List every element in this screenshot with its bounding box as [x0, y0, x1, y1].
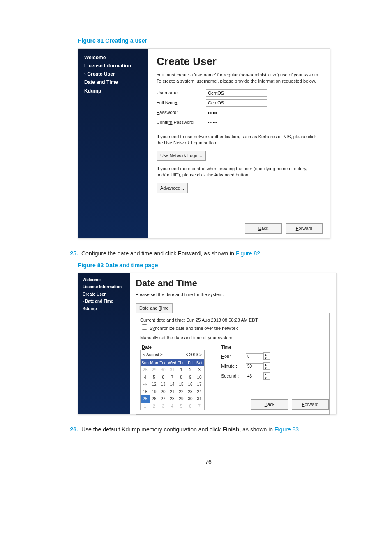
calendar-day[interactable]: 18 [141, 388, 150, 396]
sidebar-item[interactable]: License Information [84, 63, 142, 69]
second-label: Second : [221, 373, 246, 379]
step-25-text: Configure the date and time and click Fo… [81, 250, 351, 257]
month-picker[interactable]: < August > [143, 352, 163, 358]
advanced-button[interactable]: Advanced... [157, 183, 188, 193]
calendar-day[interactable]: 19 [150, 388, 159, 396]
second-spinner[interactable] [263, 372, 270, 380]
calendar[interactable]: < August > < 2013 > SunMonTueWedThuFriSa… [140, 350, 205, 410]
calendar-day[interactable]: 3 [159, 403, 168, 410]
calendar-day[interactable]: 28 [168, 395, 177, 403]
hour-spinner[interactable] [263, 352, 270, 360]
password-input[interactable] [206, 109, 267, 116]
calendar-day[interactable]: 6 [186, 403, 195, 410]
calendar-day[interactable]: 15 [177, 381, 186, 388]
date-time-tab[interactable]: Date and Time [136, 303, 173, 313]
calendar-day[interactable]: 4 [168, 403, 177, 410]
calendar-day[interactable]: 24 [195, 388, 204, 396]
calendar-day[interactable]: 31 [195, 395, 204, 403]
figure-83-link[interactable]: Figure 83 [274, 426, 299, 433]
calendar-day[interactable]: 1 [141, 403, 150, 410]
calendar-day[interactable]: 8 [177, 374, 186, 381]
calendar-day[interactable]: 30 [186, 395, 195, 403]
confirm-password-input[interactable] [206, 119, 267, 126]
calendar-day[interactable]: 25 [141, 395, 150, 403]
calendar-day[interactable]: 16 [186, 381, 195, 388]
calendar-day[interactable]: 3 [195, 366, 204, 374]
sidebar-item[interactable]: Kdump [84, 88, 142, 94]
figure-82-caption: Figure 82 Date and time page [78, 262, 351, 269]
calendar-day[interactable]: 28 [141, 366, 150, 374]
hour-input[interactable] [246, 353, 263, 359]
manual-label: Manually set the date and time of your s… [140, 335, 325, 341]
hour-label: Hour : [221, 353, 246, 359]
calendar-day[interactable]: 7 [195, 403, 204, 410]
calendar-day[interactable]: 17 [195, 381, 204, 388]
calendar-day[interactable]: 26 [150, 395, 159, 403]
sidebar-item[interactable]: Date and Time [84, 79, 142, 86]
page-title: Date and Time [136, 277, 330, 290]
intro-text: You must create a 'username' for regular… [157, 72, 321, 84]
calendar-day[interactable]: 30 [159, 366, 168, 374]
calendar-day[interactable]: 10 [195, 374, 204, 381]
figure-81-screenshot: WelcomeLicense InformationCreate UserDat… [78, 48, 330, 238]
advanced-text: If you need more control when creating t… [157, 166, 321, 178]
minute-label: Minute : [221, 363, 246, 369]
calendar-day[interactable]: 6 [159, 374, 168, 381]
calendar-day[interactable]: 7 [168, 374, 177, 381]
calendar-day[interactable]: 12 [150, 381, 159, 388]
back-button[interactable]: Back [251, 399, 288, 410]
fullname-input[interactable] [206, 99, 267, 107]
calendar-day[interactable]: 13 [159, 381, 168, 388]
forward-button[interactable]: Forward [292, 399, 329, 410]
use-network-login-button[interactable]: Use Network Login... [157, 151, 206, 161]
figure-82-screenshot: WelcomeLicense InformationCreate UserDat… [78, 273, 337, 414]
fullname-label: Full Name: [157, 100, 206, 106]
calendar-day[interactable]: 4 [141, 374, 150, 381]
sidebar: WelcomeLicense InformationCreate UserDat… [78, 273, 130, 414]
username-label: Username: [157, 90, 206, 96]
calendar-day[interactable]: 31 [168, 366, 177, 374]
calendar-day[interactable]: 27 [159, 395, 168, 403]
calendar-day[interactable]: ⇨ [141, 381, 150, 388]
page-title: Create User [157, 54, 321, 69]
calendar-day[interactable]: 22 [177, 388, 186, 396]
sidebar-item[interactable]: Welcome [83, 277, 126, 283]
minute-spinner[interactable] [263, 362, 270, 370]
step-number-25: 25. [66, 250, 78, 257]
calendar-day[interactable]: 20 [159, 388, 168, 396]
minute-input[interactable] [246, 363, 263, 369]
back-button[interactable]: Back [245, 223, 282, 234]
sidebar-item[interactable]: License Information [83, 284, 126, 290]
time-heading: Time [221, 344, 270, 350]
calendar-day[interactable]: 1 [177, 366, 186, 374]
calendar-day[interactable]: 5 [150, 374, 159, 381]
forward-button[interactable]: Forward [286, 223, 323, 234]
intro-text: Please set the date and time for the sys… [136, 292, 330, 298]
step-26-text: Use the default Kdump memory configurati… [81, 426, 351, 433]
figure-81-caption: Figure 81 Creating a user [78, 37, 351, 45]
calendar-day[interactable]: 5 [177, 403, 186, 410]
current-datetime: Current date and time: Sun 25 Aug 2013 0… [140, 317, 325, 323]
calendar-day[interactable]: 29 [177, 395, 186, 403]
sync-checkbox[interactable] [142, 324, 147, 330]
username-input[interactable] [206, 89, 267, 97]
calendar-day[interactable]: 2 [150, 403, 159, 410]
sidebar: WelcomeLicense InformationCreate UserDat… [78, 49, 148, 238]
sidebar-item[interactable]: Date and Time [83, 299, 126, 304]
calendar-day[interactable]: 9 [186, 374, 195, 381]
calendar-day[interactable]: 23 [186, 388, 195, 396]
sidebar-item[interactable]: Create User [83, 292, 126, 297]
network-auth-text: If you need to use network authenticatio… [157, 134, 321, 146]
sidebar-item[interactable]: Kdump [83, 306, 126, 312]
second-input[interactable] [246, 373, 263, 379]
calendar-day[interactable]: 21 [168, 388, 177, 396]
confirm-password-label: Confirm Password: [157, 119, 206, 125]
calendar-day[interactable]: 2 [186, 366, 195, 374]
sidebar-item[interactable]: Create User [84, 71, 142, 77]
calendar-day[interactable]: 14 [168, 381, 177, 388]
figure-82-link[interactable]: Figure 82 [236, 250, 260, 257]
year-picker[interactable]: < 2013 > [186, 352, 202, 358]
password-label: Password: [157, 109, 206, 116]
calendar-day[interactable]: 29 [150, 366, 159, 374]
sidebar-item[interactable]: Welcome [84, 54, 142, 61]
